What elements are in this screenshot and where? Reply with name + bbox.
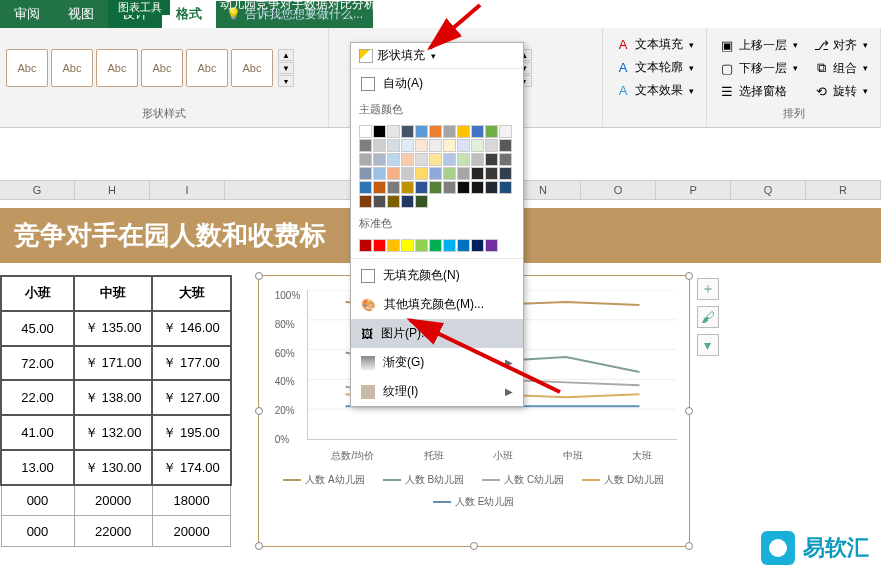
scroll-up-icon[interactable]: ▲ xyxy=(278,49,294,61)
col-h[interactable]: H xyxy=(75,181,150,199)
shape-style-4[interactable]: Abc xyxy=(141,49,183,87)
color-swatch[interactable] xyxy=(485,139,498,152)
shape-style-2[interactable]: Abc xyxy=(51,49,93,87)
col-q[interactable]: Q xyxy=(731,181,806,199)
color-swatch[interactable] xyxy=(429,167,442,180)
x-axis[interactable]: 总数/均价 托班 小班 中班 大班 xyxy=(307,449,677,463)
scroll-down-icon[interactable]: ▼ xyxy=(278,62,294,74)
color-swatch[interactable] xyxy=(429,153,442,166)
color-swatch[interactable] xyxy=(443,181,456,194)
color-swatch[interactable] xyxy=(443,167,456,180)
group-button[interactable]: ⧉组合▾ xyxy=(811,58,870,79)
color-swatch[interactable] xyxy=(373,167,386,180)
y-axis[interactable]: 100% 80% 60% 40% 20% 0% xyxy=(275,290,301,445)
legend-item[interactable]: 人数 E幼儿园 xyxy=(433,495,514,509)
chart-brush-button[interactable]: 🖌 xyxy=(697,306,719,328)
color-swatch[interactable] xyxy=(415,139,428,152)
color-swatch[interactable] xyxy=(415,239,428,252)
color-swatch[interactable] xyxy=(443,239,456,252)
color-swatch[interactable] xyxy=(387,195,400,208)
th-0[interactable]: 小班 xyxy=(1,276,74,311)
color-swatch[interactable] xyxy=(387,167,400,180)
text-outline-button[interactable]: A文本轮廓▾ xyxy=(613,57,696,78)
chart-handle[interactable] xyxy=(255,407,263,415)
color-swatch[interactable] xyxy=(415,195,428,208)
col-r[interactable]: R xyxy=(806,181,881,199)
chart-handle[interactable] xyxy=(685,542,693,550)
color-swatch[interactable] xyxy=(443,125,456,138)
color-swatch[interactable] xyxy=(499,125,512,138)
shape-style-5[interactable]: Abc xyxy=(186,49,228,87)
color-swatch[interactable] xyxy=(415,167,428,180)
chart-handle[interactable] xyxy=(255,272,263,280)
chart-legend[interactable]: 人数 A幼儿园人数 B幼儿园人数 C幼儿园人数 D幼儿园人数 E幼儿园 xyxy=(277,473,671,509)
chart-handle[interactable] xyxy=(255,542,263,550)
color-swatch[interactable] xyxy=(499,139,512,152)
color-swatch[interactable] xyxy=(471,167,484,180)
color-swatch[interactable] xyxy=(471,239,484,252)
color-swatch[interactable] xyxy=(387,125,400,138)
color-swatch[interactable] xyxy=(457,181,470,194)
color-swatch[interactable] xyxy=(387,239,400,252)
color-swatch[interactable] xyxy=(485,181,498,194)
color-swatch[interactable] xyxy=(429,181,442,194)
color-swatch[interactable] xyxy=(373,125,386,138)
color-swatch[interactable] xyxy=(457,139,470,152)
color-swatch[interactable] xyxy=(387,139,400,152)
color-swatch[interactable] xyxy=(499,153,512,166)
color-swatch[interactable] xyxy=(429,139,442,152)
shape-style-6[interactable]: Abc xyxy=(231,49,273,87)
color-swatch[interactable] xyxy=(401,153,414,166)
legend-item[interactable]: 人数 A幼儿园 xyxy=(283,473,364,487)
rotate-button[interactable]: ⟲旋转▾ xyxy=(811,81,870,102)
th-1[interactable]: 中班 xyxy=(74,276,152,311)
scroll-more-icon[interactable]: ▾ xyxy=(278,75,294,87)
color-swatch[interactable] xyxy=(429,239,442,252)
tab-view[interactable]: 视图 xyxy=(54,0,108,28)
color-swatch[interactable] xyxy=(401,195,414,208)
color-swatch[interactable] xyxy=(401,167,414,180)
color-swatch[interactable] xyxy=(471,139,484,152)
color-swatch[interactable] xyxy=(471,125,484,138)
tab-review[interactable]: 审阅 xyxy=(0,0,54,28)
color-swatch[interactable] xyxy=(359,195,372,208)
col-p[interactable]: P xyxy=(656,181,731,199)
color-swatch[interactable] xyxy=(359,181,372,194)
color-swatch[interactable] xyxy=(401,139,414,152)
color-swatch[interactable] xyxy=(443,139,456,152)
color-swatch[interactable] xyxy=(401,125,414,138)
color-swatch[interactable] xyxy=(429,125,442,138)
shape-style-3[interactable]: Abc xyxy=(96,49,138,87)
shape-style-1[interactable]: Abc xyxy=(6,49,48,87)
color-swatch[interactable] xyxy=(359,139,372,152)
chart-handle[interactable] xyxy=(685,407,693,415)
text-effects-button[interactable]: A文本效果▾ xyxy=(613,80,696,101)
color-swatch[interactable] xyxy=(485,125,498,138)
legend-item[interactable]: 人数 C幼儿园 xyxy=(482,473,564,487)
color-swatch[interactable] xyxy=(415,181,428,194)
color-swatch[interactable] xyxy=(471,153,484,166)
color-swatch[interactable] xyxy=(485,153,498,166)
color-swatch[interactable] xyxy=(359,167,372,180)
col-g[interactable]: G xyxy=(0,181,75,199)
color-swatch[interactable] xyxy=(443,153,456,166)
selection-pane-button[interactable]: ☰选择窗格 xyxy=(717,81,800,102)
color-swatch[interactable] xyxy=(471,181,484,194)
color-swatch[interactable] xyxy=(387,181,400,194)
color-swatch[interactable] xyxy=(359,125,372,138)
chart-plus-button[interactable]: ＋ xyxy=(697,278,719,300)
color-swatch[interactable] xyxy=(457,239,470,252)
send-backward-button[interactable]: ▢下移一层▾ xyxy=(717,58,800,79)
text-fill-button[interactable]: A文本填充▾ xyxy=(613,34,696,55)
color-swatch[interactable] xyxy=(387,153,400,166)
color-swatch[interactable] xyxy=(499,167,512,180)
dd-no-fill[interactable]: 无填充颜色(N) xyxy=(351,261,523,290)
color-swatch[interactable] xyxy=(457,167,470,180)
color-swatch[interactable] xyxy=(457,125,470,138)
align-button[interactable]: ⎇对齐▾ xyxy=(811,35,870,56)
color-swatch[interactable] xyxy=(373,239,386,252)
color-swatch[interactable] xyxy=(401,181,414,194)
color-swatch[interactable] xyxy=(457,153,470,166)
color-swatch[interactable] xyxy=(485,167,498,180)
color-swatch[interactable] xyxy=(373,153,386,166)
